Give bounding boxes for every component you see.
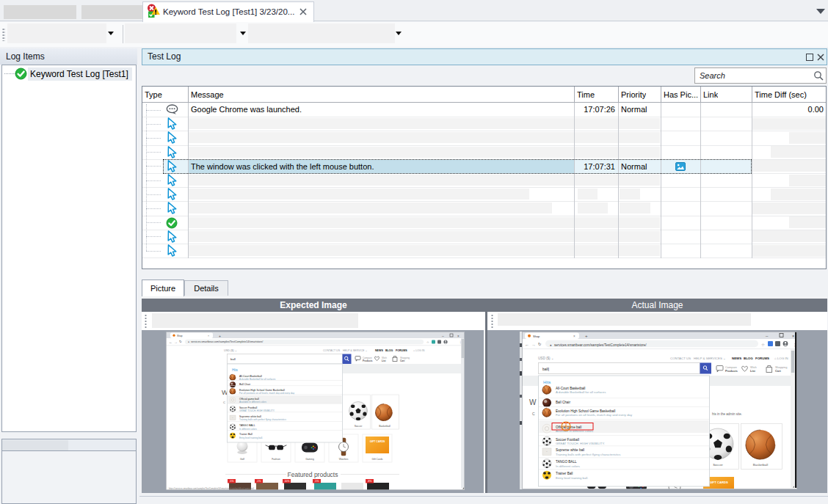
svg-text:-5%: -5% (314, 480, 319, 483)
svg-text:→: → (531, 343, 536, 347)
svg-text:https://services.smartbear.com: https://services.smartbear.com/samples/T… (169, 487, 254, 490)
svg-text:×: × (208, 335, 209, 337)
svg-text:GIFT CARDS: GIFT CARDS (709, 481, 728, 484)
svg-text:Shop: Shop (533, 335, 540, 338)
svg-text:GIFT CARDS: GIFT CARDS (370, 440, 385, 443)
svg-text:All-Court Basketball: All-Court Basketball (239, 375, 262, 378)
svg-text:↻: ↻ (179, 340, 182, 343)
svg-text:←: ← (169, 340, 172, 344)
svg-text:TANGO BALL: TANGO BALL (239, 424, 255, 427)
svg-text:●: ● (188, 340, 189, 343)
svg-text:FORUMS: FORUMS (396, 349, 407, 352)
svg-text:For all positions on all level: For all positions on all levels, match d… (239, 392, 294, 395)
svg-text:↻: ↻ (538, 342, 542, 346)
svg-text:Products: Products (363, 359, 373, 362)
svg-text:services.smartbear.com/samples: services.smartbear.com/samples/TestCompl… (554, 343, 647, 347)
svg-text:Supreme white ball: Supreme white ball (239, 415, 261, 418)
svg-text:Soccer: Soccer (355, 425, 363, 428)
svg-text:W: W (529, 398, 537, 406)
svg-text:Basketball: Basketball (753, 463, 768, 467)
svg-text:+: + (585, 334, 588, 338)
svg-text:USD ($) ⌄: USD ($) ⌄ (538, 357, 554, 360)
svg-text:CONTACT US: CONTACT US (670, 357, 691, 360)
svg-text:-1%: -1% (256, 480, 261, 483)
svg-text:his in the admin site.: his in the admin site. (712, 412, 742, 416)
svg-text:For all positions on all level: For all positions on all levels, match d… (556, 413, 633, 417)
svg-text:Entry level training ball.: Entry level training ball. (556, 476, 588, 480)
svg-text:Shop: Shop (177, 335, 183, 337)
svg-text:Entry level training ball.: Entry level training ball. (239, 437, 263, 439)
svg-text:Watches: Watches (339, 458, 349, 461)
svg-text:☆: ☆ (761, 343, 765, 347)
svg-text:GREAT TOUCH. HIGH VISIBILITY.: GREAT TOUCH. HIGH VISIBILITY. (556, 442, 605, 445)
svg-text:ball|: ball| (542, 367, 549, 371)
svg-text:Cart: Cart (775, 369, 781, 373)
svg-text:List: List (382, 359, 386, 362)
svg-text:×: × (573, 335, 575, 338)
svg-text:Trainer Ball: Trainer Ball (239, 433, 253, 436)
svg-text:Ball Chair: Ball Chair (239, 383, 251, 386)
svg-text:Hits: Hits (232, 368, 239, 372)
svg-text:Fashion: Fashion (272, 458, 280, 461)
svg-text:TANGO BALL: TANGO BALL (556, 460, 577, 464)
svg-text:●: ● (550, 343, 552, 347)
svg-text:FORUMS: FORUMS (755, 357, 769, 360)
svg-text:Soccer Football: Soccer Football (239, 406, 258, 409)
svg-text:~: ~ (232, 417, 233, 420)
svg-text:Soccer Football: Soccer Football (556, 438, 579, 442)
svg-text:Trainer Ball: Trainer Ball (556, 472, 573, 475)
svg-text:Featured products: Featured products (288, 471, 338, 478)
svg-text:Cart: Cart (400, 359, 404, 362)
svg-text:Evolution High School Game Bas: Evolution High School Game Basketball (556, 409, 615, 413)
svg-text:–: – (442, 334, 444, 338)
svg-text:Gift Cards: Gift Cards (372, 458, 383, 461)
svg-text:Golf: Golf (240, 458, 244, 461)
svg-text:C: C (223, 401, 225, 404)
svg-text:×: × (792, 334, 794, 338)
svg-text:Gaming: Gaming (305, 458, 314, 461)
svg-text:Ball Chair: Ball Chair (556, 401, 570, 404)
svg-text:services.smartbear.com/samples: services.smartbear.com/samples/TestCompl… (191, 340, 263, 343)
svg-text:☆: ☆ (426, 340, 429, 344)
svg-text:+: + (219, 334, 221, 338)
svg-text:Hits: Hits (543, 380, 551, 384)
svg-text:BLOG: BLOG (744, 357, 753, 360)
svg-text:Evolution High School Game Bas: Evolution High School Game Basketball (239, 389, 285, 392)
svg-text:NEWS: NEWS (732, 357, 741, 360)
svg-text:C: C (532, 412, 535, 416)
svg-text:In different colors: In different colors (556, 464, 580, 468)
svg-text:Training balls with perfect fl: Training balls with perfect flying chara… (556, 453, 620, 456)
svg-text:A durable Basketball for all s: A durable Basketball for all surfaces (556, 390, 606, 394)
svg-text:Products: Products (725, 369, 738, 373)
svg-text:HELP & SERVICE ⌄: HELP & SERVICE ⌄ (343, 349, 367, 352)
svg-text:Supreme white ball: Supreme white ball (556, 448, 584, 452)
svg-text:Training balls with perfect fl: Training balls with perfect flying chara… (239, 418, 286, 421)
svg-text:-10%: -10% (284, 480, 290, 483)
svg-text:⌂ LOG IN: ⌂ LOG IN (413, 349, 425, 352)
svg-text:⌂ LOG IN: ⌂ LOG IN (774, 357, 788, 360)
svg-text:Official game ball: Official game ball (556, 426, 581, 429)
svg-text:~: ~ (546, 450, 548, 453)
svg-text:-5%: -5% (229, 480, 233, 483)
svg-text:Official game ball: Official game ball (239, 398, 259, 401)
svg-text:NEWS: NEWS (375, 349, 383, 352)
svg-text:←: ← (525, 343, 529, 347)
svg-text:→: → (174, 340, 178, 344)
svg-text:BLOG: BLOG (385, 349, 393, 352)
svg-text:-8%: -8% (367, 480, 371, 483)
svg-text:×: × (457, 335, 460, 338)
svg-text:USD ($) ⌄: USD ($) ⌄ (224, 349, 237, 352)
svg-text:Soccer: Soccer (713, 463, 723, 467)
svg-text:Basketball: Basketball (379, 425, 391, 428)
svg-text:CONTACT US: CONTACT US (323, 349, 341, 352)
svg-text:HELP & SERVICES ⌄: HELP & SERVICES ⌄ (694, 357, 726, 360)
svg-text:All-Court Basketball: All-Court Basketball (556, 387, 585, 390)
svg-text:ball: ball (230, 357, 236, 361)
svg-text:List: List (750, 369, 756, 373)
svg-text:A durable Basketball for all s: A durable Basketball for all surfaces (239, 378, 276, 381)
